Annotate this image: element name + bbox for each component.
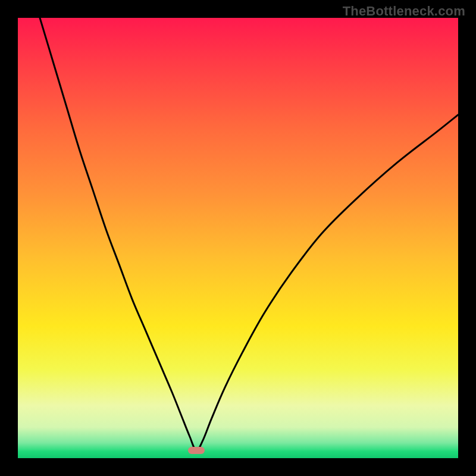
plot-area [18,18,458,458]
optimal-marker [188,447,205,454]
watermark-text: TheBottleneck.com [343,4,465,19]
chart-frame: TheBottleneck.com [0,0,476,476]
bottleneck-curve [18,18,458,458]
